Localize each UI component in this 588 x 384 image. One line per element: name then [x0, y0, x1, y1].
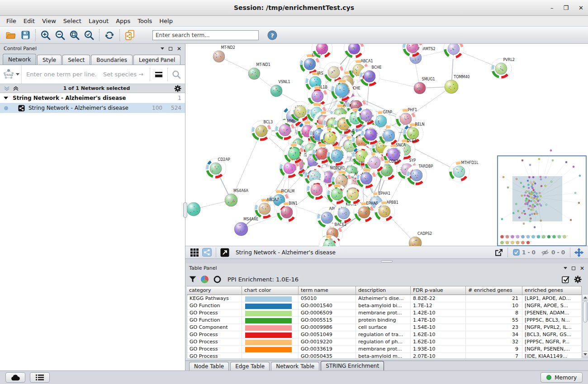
splitter-handle[interactable]	[381, 260, 393, 262]
table-row[interactable]: KEGG Pathways05010Alzheimer's dise...8.8…	[187, 295, 582, 302]
column-header-description[interactable]: description	[356, 286, 411, 295]
string-options-button[interactable]	[150, 65, 167, 84]
network-node-cadps2[interactable]: CADPS2	[409, 232, 432, 246]
menu-view[interactable]: View	[38, 16, 60, 26]
zoom-out-button[interactable]	[53, 28, 67, 42]
network-node-cd2ap[interactable]: CD2AP	[205, 158, 230, 179]
network-canvas[interactable]: MT-ND2MT-ND1VSNL1GAB2IRS1CHATABCA1BCHEAC…	[185, 44, 588, 246]
tab-legend-panel[interactable]: Legend Panel	[133, 55, 180, 65]
minimize-button[interactable]: –	[550, 5, 554, 11]
tab-style[interactable]: Style	[37, 55, 62, 65]
string-logo-button[interactable]: STRING	[0, 65, 22, 84]
network-node[interactable]	[306, 179, 327, 200]
table-row[interactable]: GO ProcessGO:0051049regulation of tra...…	[187, 331, 582, 338]
column-header-term-name[interactable]: term name	[299, 286, 356, 295]
birdseye-toggle-button[interactable]	[189, 247, 200, 258]
tab-boundaries[interactable]: Boundaries	[91, 55, 133, 65]
column-header-fdr-p-value[interactable]: FDR p-value	[411, 286, 466, 295]
tab-network[interactable]: Network	[3, 54, 36, 65]
network-node-pvrl2[interactable]: PVRL2	[491, 58, 515, 79]
table-row[interactable]: GO FunctionGO:0001540beta-amyloid bi...1…	[187, 302, 582, 309]
network-node-bcl3[interactable]: BCL3	[251, 120, 273, 141]
network-node-ms4a4a[interactable]: MS4A4A	[185, 197, 200, 216]
menu-layout[interactable]: Layout	[85, 16, 112, 26]
network-node-tardbp[interactable]: TARDBP	[406, 164, 433, 186]
search-input[interactable]	[152, 30, 259, 40]
menu-file[interactable]: File	[3, 16, 20, 26]
tab-select[interactable]: Select	[62, 55, 90, 65]
menu-help[interactable]: Help	[156, 16, 176, 26]
table-settings-gear-icon[interactable]	[574, 276, 582, 283]
memory-button[interactable]: Memory	[541, 372, 583, 383]
expand-all-icon[interactable]	[13, 85, 19, 92]
open-in-browser-button[interactable]	[218, 247, 231, 258]
menu-apps[interactable]: Apps	[112, 16, 134, 26]
table-row[interactable]: GO ProcessGO:0050435beta-amyloid m...2.0…	[187, 353, 582, 358]
float-panel-icon[interactable]	[169, 47, 172, 51]
network-node-mt-nd2[interactable]: MT-ND2	[213, 46, 235, 62]
expand-triangle-icon[interactable]	[4, 97, 8, 99]
reset-charts-ring-icon[interactable]	[213, 275, 222, 284]
network-node[interactable]	[379, 125, 399, 145]
table-row[interactable]: GO ProcessGO:0019220regulation of ph...1…	[187, 338, 582, 346]
panel-menu-icon[interactable]	[564, 267, 567, 269]
network-collection-row[interactable]: String Network - Alzheimer's disease 1	[0, 93, 185, 103]
network-node[interactable]	[284, 143, 304, 164]
network-row[interactable]: String Network - Alzheimer's disease 100…	[0, 103, 185, 113]
close-panel-icon[interactable]: ✕	[580, 265, 584, 272]
filter-funnel-icon[interactable]	[189, 276, 196, 283]
cloud-tasks-button[interactable]	[5, 372, 25, 383]
string-query-input[interactable]: Enter one term per line.	[22, 71, 103, 78]
tab-edge-table[interactable]: Edge Table	[230, 362, 270, 370]
window-titlebar[interactable]: Session: /tmp/enrichmentTest.cys – ❐ ✕	[0, 0, 588, 16]
column-header-chart-color[interactable]: chart color	[242, 286, 299, 295]
column-header--enriched-genes[interactable]: # enriched genes	[466, 286, 522, 295]
enrichment-table-header[interactable]: categorychart colorterm namedescriptionF…	[187, 286, 582, 295]
refresh-network-button[interactable]	[102, 28, 117, 42]
set-species-link[interactable]: Set species →	[103, 71, 150, 78]
float-panel-icon[interactable]	[572, 267, 575, 270]
copy-network-button[interactable]	[123, 28, 137, 42]
tab-network-table[interactable]: Network Table	[271, 362, 319, 370]
close-panel-icon[interactable]: ✕	[177, 46, 181, 52]
table-row[interactable]: GO ComponentGO:0009986cell surface1.54E-…	[187, 324, 582, 331]
column-header-category[interactable]: category	[187, 286, 242, 295]
select-columns-checkbox-icon[interactable]	[562, 276, 570, 284]
panel-splitter-handle[interactable]	[183, 202, 187, 218]
maximize-button[interactable]: ❐	[563, 5, 569, 11]
save-session-button[interactable]	[18, 28, 33, 42]
network-node[interactable]	[327, 145, 347, 166]
draw-charts-pie-icon[interactable]	[200, 275, 209, 284]
task-history-button[interactable]	[30, 372, 50, 383]
close-button[interactable]: ✕	[579, 5, 583, 11]
help-button[interactable]: ?	[265, 28, 280, 42]
network-node-ms4a4e[interactable]: MS4A4E	[234, 217, 258, 236]
zoom-selected-button[interactable]	[82, 28, 96, 42]
network-node[interactable]	[443, 44, 464, 59]
pan-navigate-button[interactable]	[573, 247, 585, 258]
tab-node-table[interactable]: Node Table	[189, 362, 229, 370]
tab-string-enrichment[interactable]: STRING Enrichment	[321, 361, 384, 370]
network-node-mthfd1l[interactable]: MTHFD1L	[449, 161, 479, 182]
zoom-fit-button[interactable]	[67, 28, 82, 42]
panel-menu-icon[interactable]	[161, 47, 164, 50]
network-node[interactable]	[356, 168, 376, 188]
network-node-ms4a6a[interactable]: MS4A6A	[225, 189, 249, 206]
enrichment-table-body[interactable]: KEGG Pathways05010Alzheimer's dise...8.8…	[187, 295, 582, 358]
network-options-gear-icon[interactable]	[174, 85, 181, 92]
network-node-tomm40[interactable]: TOMM40	[445, 75, 469, 94]
export-network-button[interactable]	[493, 247, 505, 258]
collapse-all-icon[interactable]	[4, 85, 10, 92]
network-view[interactable]: MT-ND2MT-ND1VSNL1GAB2IRS1CHATABCA1BCHEAC…	[185, 44, 588, 246]
menu-select[interactable]: Select	[60, 16, 85, 26]
table-splitter[interactable]	[185, 259, 588, 263]
scroll-up-button[interactable]	[583, 295, 588, 300]
network-node[interactable]	[356, 105, 376, 125]
table-row[interactable]: GO ProcessGO:0006509membrane prot...1.42…	[187, 309, 582, 317]
scroll-down-button[interactable]	[583, 351, 588, 357]
table-scrollbar[interactable]	[582, 294, 588, 357]
string-panel-button[interactable]	[200, 247, 213, 258]
network-node-vsnl1[interactable]: VSNL1	[270, 80, 290, 97]
scrollbar-thumb[interactable]	[583, 301, 588, 323]
table-row[interactable]: GO ProcessGO:0033619membrane prot...1.93…	[187, 346, 582, 353]
